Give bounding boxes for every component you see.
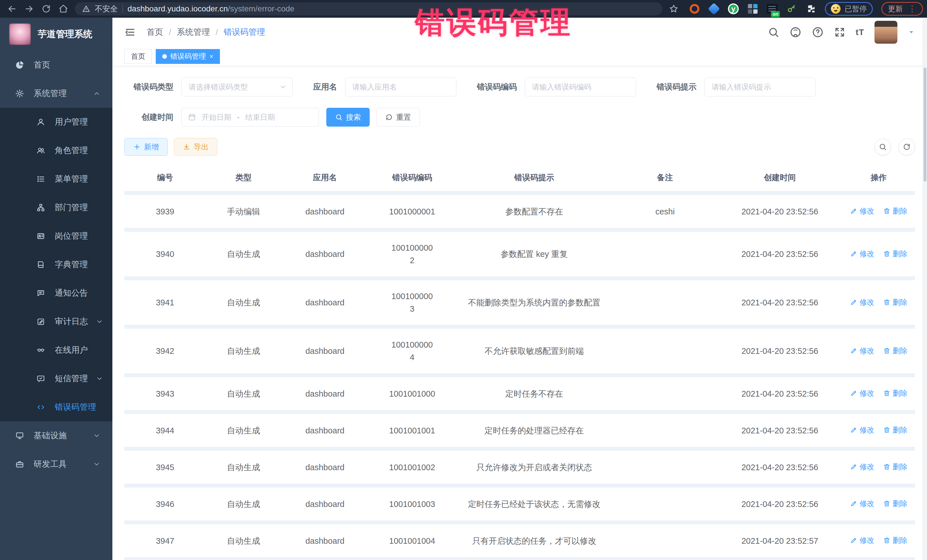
edit-link[interactable]: 修改 <box>850 497 874 510</box>
extension-key-icon[interactable] <box>786 3 797 14</box>
profile-paused-badge[interactable]: 已暂停 <box>825 2 873 16</box>
row-actions: 修改删除 <box>842 193 915 230</box>
hamburger-icon[interactable] <box>125 27 136 38</box>
toggle-search-button[interactable] <box>874 138 891 155</box>
delete-link[interactable]: 删除 <box>883 534 907 546</box>
row-code: 100100000 3 <box>369 278 456 327</box>
error-type-select[interactable]: 请选择错误码类型 <box>181 77 293 96</box>
tag-close-icon[interactable]: × <box>209 53 213 60</box>
sidebar-item-infra[interactable]: 基础设施 <box>0 422 112 450</box>
filter-hint-label: 错误码提示 <box>656 82 696 93</box>
delete-link[interactable]: 删除 <box>883 497 907 510</box>
delete-link[interactable]: 删除 <box>883 205 907 217</box>
edit-link[interactable]: 修改 <box>850 424 874 436</box>
address-bar[interactable]: 不安全 dashboard.yudao.iocoder.cn/system/er… <box>75 2 662 15</box>
sidebar-item-online[interactable]: 在线用户 <box>0 336 112 364</box>
row-code: 1001001001 <box>369 412 456 449</box>
browser-reload-button[interactable] <box>41 3 52 15</box>
sidebar-item-org-tree[interactable]: 部门管理 <box>0 193 112 222</box>
fullscreen-icon[interactable] <box>834 27 845 38</box>
extension-grid-icon[interactable] <box>747 3 758 14</box>
sidebar-logo[interactable]: 芋道管理系统 <box>0 18 112 51</box>
avatar-caret-icon[interactable] <box>907 29 915 36</box>
github-icon[interactable] <box>790 26 801 38</box>
font-size-icon[interactable]: tT <box>856 27 864 37</box>
tag-home[interactable]: 首页 <box>125 49 152 64</box>
refresh-table-button[interactable] <box>898 138 915 155</box>
delete-link[interactable]: 删除 <box>883 247 907 260</box>
bookmark-star-icon[interactable] <box>668 3 679 15</box>
menu-list-icon <box>35 175 47 183</box>
megaphone-icon <box>35 289 47 297</box>
sidebar-item-id-badge[interactable]: 岗位管理 <box>0 222 112 250</box>
date-range-picker[interactable]: 开始日期 - 结束日期 <box>181 108 319 127</box>
browser-menu-icon[interactable]: ⋮ <box>908 5 916 13</box>
sidebar-item-code[interactable]: 错误码管理 <box>0 393 112 422</box>
help-icon[interactable] <box>812 26 824 38</box>
url-text[interactable]: dashboard.yudao.iocoder.cn/system/error-… <box>128 4 294 14</box>
reset-button[interactable]: 重置 <box>377 108 420 127</box>
tag-active-dot <box>162 54 167 59</box>
sidebar-item-label: 系统管理 <box>33 88 85 99</box>
browser-update-button[interactable]: 更新 ⋮ <box>881 2 923 16</box>
edit-link[interactable]: 修改 <box>850 460 874 473</box>
browser-back-button[interactable] <box>6 3 18 15</box>
edit-link[interactable]: 修改 <box>850 247 874 260</box>
delete-link[interactable]: 删除 <box>883 344 907 357</box>
breadcrumb-home[interactable]: 首页 <box>147 27 163 38</box>
tag-error-code[interactable]: 错误码管理 × <box>156 49 220 64</box>
row-type: 自动生成 <box>206 522 281 559</box>
extensions-puzzle-icon[interactable] <box>805 3 816 14</box>
delete-link[interactable]: 删除 <box>883 460 907 473</box>
row-app: dashboard <box>281 486 369 522</box>
column-header: 错误码编码 <box>369 165 456 193</box>
sidebar-item-menu-list[interactable]: 菜单管理 <box>0 165 112 193</box>
breadcrumb-system[interactable]: 系统管理 <box>177 27 210 38</box>
export-button[interactable]: 导出 <box>174 138 217 156</box>
delete-link[interactable]: 删除 <box>883 296 907 308</box>
book-icon <box>35 260 47 269</box>
delete-link[interactable]: 删除 <box>883 424 907 436</box>
row-type: 手动编辑 <box>206 193 281 230</box>
sidebar-item-tools[interactable]: 研发工具 <box>0 450 112 478</box>
row-id: 3945 <box>125 449 206 486</box>
sidebar-item-book[interactable]: 字典管理 <box>0 250 112 279</box>
browser-forward-button[interactable] <box>23 3 35 15</box>
scrollbar-thumb[interactable] <box>924 68 926 182</box>
row-id: 3944 <box>125 412 206 449</box>
sidebar-item-edit-square[interactable]: 审计日志 <box>0 307 112 336</box>
sidebar-item-dashboard[interactable]: 首页 <box>0 51 112 79</box>
edit-link[interactable]: 修改 <box>850 534 874 546</box>
row-hint: 定时任务的处理器已经存在 <box>456 412 613 449</box>
delete-link[interactable]: 删除 <box>883 387 907 399</box>
tools-icon <box>14 460 26 469</box>
error-code-input[interactable] <box>525 77 636 96</box>
sidebar-menu: 首页系统管理用户管理角色管理菜单管理部门管理岗位管理字典管理通知公告审计日志在线… <box>0 51 112 560</box>
sidebar-item-megaphone[interactable]: 通知公告 <box>0 279 112 307</box>
row-app: dashboard <box>281 375 369 412</box>
app-name-input[interactable] <box>345 77 456 96</box>
sidebar-item-users[interactable]: 角色管理 <box>0 136 112 165</box>
edit-link[interactable]: 修改 <box>850 205 874 217</box>
browser-extensions: y on 已暂停 更新 ⋮ <box>689 2 923 16</box>
extension-orange-icon[interactable] <box>689 3 700 14</box>
add-button[interactable]: 新增 <box>125 138 168 156</box>
sidebar-item-gear[interactable]: 系统管理 <box>0 79 112 108</box>
page-scrollbar[interactable] <box>923 18 927 560</box>
sidebar-item-message[interactable]: 短信管理 <box>0 364 112 393</box>
search-button[interactable]: 搜索 <box>326 108 370 127</box>
row-type: 自动生成 <box>206 486 281 522</box>
row-code: 1001001003 <box>369 486 456 522</box>
sidebar-item-user[interactable]: 用户管理 <box>0 108 112 136</box>
user-avatar[interactable] <box>874 21 897 44</box>
header-search-icon[interactable] <box>768 27 779 38</box>
edit-link[interactable]: 修改 <box>850 344 874 357</box>
extension-gem-icon[interactable] <box>708 3 719 14</box>
error-hint-input[interactable] <box>705 77 816 96</box>
edit-link[interactable]: 修改 <box>850 387 874 399</box>
extension-on-icon[interactable]: on <box>767 3 778 14</box>
security-warning-icon[interactable] <box>82 5 90 13</box>
browser-home-button[interactable] <box>58 3 69 15</box>
edit-link[interactable]: 修改 <box>850 296 874 308</box>
extension-y-icon[interactable]: y <box>728 3 739 14</box>
